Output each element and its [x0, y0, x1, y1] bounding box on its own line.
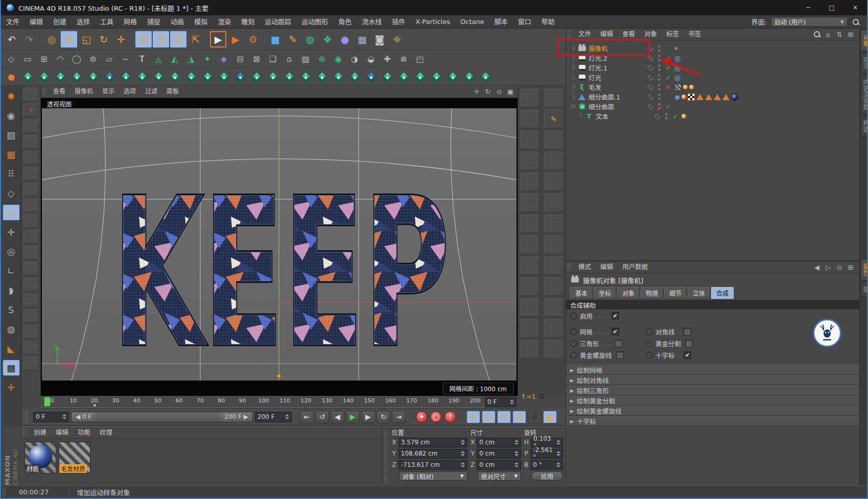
checkbox[interactable]: [685, 340, 693, 347]
back-icon[interactable]: ◀: [812, 263, 822, 272]
help-icon[interactable]: ?: [24, 104, 39, 117]
palette-slot-icon[interactable]: [24, 294, 39, 307]
xparticles-tool-icon[interactable]: [330, 69, 346, 84]
stepper[interactable]: [554, 440, 560, 445]
viewport-menu-item[interactable]: 摄像机: [70, 86, 98, 98]
modeling-palette-icon[interactable]: [520, 298, 539, 317]
checkbox[interactable]: [616, 351, 624, 359]
interface-dropdown[interactable]: 启动 (用户) ▼: [771, 17, 848, 27]
modeling-palette-icon[interactable]: [544, 215, 564, 233]
menubar-item[interactable]: 动画: [166, 15, 189, 28]
target-expression-icon[interactable]: ◎: [674, 64, 681, 72]
polygon-selection-tag-icon[interactable]: [696, 94, 703, 100]
sculpt-mode-icon[interactable]: S: [3, 301, 20, 318]
edges-mode-icon[interactable]: ◇: [3, 185, 20, 201]
text-spline-icon[interactable]: T: [134, 52, 150, 66]
hair-material-tag-icon[interactable]: [674, 84, 682, 91]
stepper[interactable]: [508, 399, 514, 405]
menubar-item[interactable]: 窗口: [513, 15, 536, 28]
render-picture-viewer-icon[interactable]: ▶: [227, 31, 244, 48]
visibility-dots[interactable]: [657, 84, 661, 90]
bend-deformer-icon[interactable]: ⊛: [314, 52, 330, 66]
menubar-item[interactable]: Octane: [455, 15, 489, 28]
visibility-dots[interactable]: [664, 113, 668, 120]
loft-icon[interactable]: ◮: [183, 52, 199, 66]
stepper[interactable]: [459, 440, 465, 445]
palette-slot-icon[interactable]: [24, 262, 39, 275]
mograph-icon[interactable]: ❖: [319, 31, 336, 48]
palette-slot-icon[interactable]: [24, 230, 39, 244]
tab-inactive[interactable]: 坐标: [594, 287, 616, 299]
object-name[interactable]: 细分曲面: [587, 102, 647, 111]
visibility-dots[interactable]: [657, 64, 661, 71]
value-field[interactable]: 0 cm: [477, 449, 521, 459]
home-icon[interactable]: ⌂: [824, 30, 833, 39]
record-keyframe-button[interactable]: ✦: [416, 411, 428, 423]
rotate-view-icon[interactable]: ↻: [483, 87, 493, 97]
zoom-view-icon[interactable]: ⊙: [494, 87, 504, 97]
generator-icon[interactable]: ◍: [301, 31, 319, 48]
lock-z-axis-icon[interactable]: Ⓩ: [170, 31, 187, 48]
sky-icon[interactable]: ▨: [297, 52, 314, 66]
value-field[interactable]: 0 °: [530, 460, 563, 470]
drag-grip[interactable]: [25, 410, 29, 423]
menubar-item[interactable]: 模拟: [189, 15, 213, 28]
modeling-palette-icon[interactable]: [544, 256, 564, 275]
stepper[interactable]: [512, 440, 519, 445]
palette-slot-icon[interactable]: [24, 199, 39, 212]
menubar-item[interactable]: 运动跟踪: [260, 15, 296, 28]
viewport-3d-area[interactable]: KEEP KEEP Y X: [42, 108, 517, 381]
circle-spline-icon[interactable]: ◯: [68, 52, 85, 66]
previous-frame-button[interactable]: ◀: [331, 411, 344, 423]
xparticles-tool-icon[interactable]: [248, 69, 265, 84]
object-name[interactable]: 细分曲面.1: [587, 92, 647, 102]
checkbox[interactable]: [684, 328, 691, 336]
range-track[interactable]: [96, 412, 220, 422]
view-label[interactable]: 透视视图: [43, 99, 76, 109]
palette-slot-icon[interactable]: [24, 183, 39, 196]
animation-dot-icon[interactable]: [570, 328, 577, 335]
layer-tag[interactable]: [647, 64, 654, 72]
palette-slot-icon[interactable]: [24, 325, 39, 339]
checkbox[interactable]: ✔: [684, 351, 691, 359]
object-name[interactable]: 文本: [594, 111, 654, 121]
range-end-grip[interactable]: 200 F ▶: [220, 412, 252, 422]
checkbox[interactable]: ✔: [612, 312, 619, 320]
current-frame-field[interactable]: 0 F: [485, 397, 517, 407]
selection-tag-icon[interactable]: [683, 85, 688, 89]
menubar-item[interactable]: 文件: [1, 15, 25, 28]
xparticles-tool-icon[interactable]: [444, 69, 461, 84]
drag-grip[interactable]: [567, 263, 572, 271]
play-backward-button[interactable]: ↺: [315, 411, 329, 423]
taper-deformer-icon[interactable]: ◒: [363, 52, 379, 66]
stepper[interactable]: [459, 451, 465, 456]
menubar-item[interactable]: 创建: [48, 15, 72, 28]
selection-tag-icon[interactable]: [682, 94, 686, 99]
palette-slot-icon[interactable]: [24, 88, 39, 101]
modeling-palette-icon[interactable]: [544, 235, 564, 254]
goto-start-button[interactable]: ⇤: [300, 411, 314, 423]
sketch-pen-icon[interactable]: ✎: [544, 110, 564, 128]
object-manager-menu-item[interactable]: 书签: [684, 29, 706, 40]
xparticles-tool-icon[interactable]: [52, 69, 68, 84]
drag-grip[interactable]: [2, 487, 7, 496]
selection-tag-icon[interactable]: [682, 114, 686, 118]
polygon-selection-tag-icon[interactable]: [722, 94, 730, 100]
scale-tool-icon[interactable]: ◱: [78, 31, 95, 48]
menubar-item[interactable]: 选择: [72, 15, 95, 28]
value-field[interactable]: 108.682 cm: [398, 449, 467, 459]
metaball-icon[interactable]: ◈: [216, 52, 232, 66]
layer-tag[interactable]: [647, 84, 654, 91]
xparticles-tool-icon[interactable]: [101, 69, 118, 84]
deformer-icon[interactable]: ●: [336, 31, 354, 48]
material-tag-icon[interactable]: [731, 93, 738, 101]
menubar-item[interactable]: 捕捉: [142, 15, 166, 28]
dock-tab[interactable]: 内容浏览器: [860, 75, 868, 114]
maximize-button[interactable]: □: [820, 0, 843, 15]
ffd-deformer-icon[interactable]: ✚: [379, 52, 395, 66]
rectangle-spline-icon[interactable]: ▱: [101, 52, 118, 66]
sort-icon[interactable]: ⇅: [835, 30, 844, 39]
object-row[interactable]: ├灯光.1✓◎: [566, 63, 859, 73]
modeling-palette-icon[interactable]: [544, 173, 564, 191]
dock-tab[interactable]: 对象: [860, 30, 868, 51]
